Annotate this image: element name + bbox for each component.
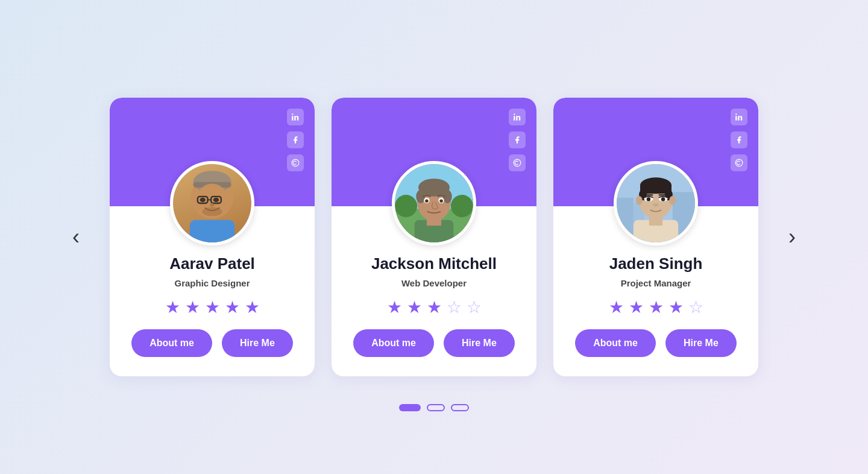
svg-rect-15 <box>190 220 234 242</box>
actions-jaden: About me Hire Me <box>575 329 737 357</box>
facebook-icon-jaden[interactable] <box>731 131 747 148</box>
card-aarav: Aarav Patel Graphic Designer ★ ★ ★ ★ ★ A… <box>110 98 315 376</box>
card-jackson: Jackson Mitchell Web Developer ★ ★ ★ ☆ ☆… <box>332 98 536 376</box>
next-arrow[interactable]: › <box>778 223 807 251</box>
avatar-jackson <box>392 161 476 245</box>
about-button-aarav[interactable]: About me <box>131 329 212 357</box>
star-3-jaden: ★ <box>649 299 664 316</box>
social-icons-jaden <box>731 109 747 171</box>
star-2-jackson: ★ <box>407 299 422 316</box>
carousel-wrapper: ‹ <box>61 98 807 376</box>
actions-aarav: About me Hire Me <box>131 329 293 357</box>
dot-3[interactable] <box>451 404 469 411</box>
star-3-jackson: ★ <box>427 299 442 316</box>
prev-arrow[interactable]: ‹ <box>61 223 90 251</box>
card-jaden: Jaden Singh Project Manager ★ ★ ★ ★ ☆ Ab… <box>553 98 758 376</box>
star-1-jaden: ★ <box>609 299 624 316</box>
svg-rect-16 <box>514 116 515 121</box>
dot-2[interactable] <box>427 404 445 411</box>
svg-point-22 <box>451 195 473 217</box>
facebook-icon-jackson[interactable] <box>509 131 526 148</box>
svg-rect-54 <box>659 194 668 195</box>
stars-jackson: ★ ★ ★ ☆ ☆ <box>387 299 482 316</box>
svg-point-32 <box>439 200 443 203</box>
stars-jaden: ★ ★ ★ ★ ☆ <box>609 299 703 316</box>
card-top-jaden <box>553 98 758 206</box>
avatar-aarav <box>170 161 254 245</box>
svg-rect-33 <box>735 116 737 121</box>
role-jackson: Web Developer <box>401 278 467 288</box>
copyright-icon-jaden[interactable] <box>731 154 747 171</box>
hire-button-jaden[interactable]: Hire Me <box>665 329 737 357</box>
dot-1[interactable] <box>399 404 421 411</box>
avatar-jaden <box>614 161 698 245</box>
star-5-jaden: ☆ <box>688 299 703 316</box>
copyright-icon-aarav[interactable] <box>287 154 304 171</box>
star-2-jaden: ★ <box>629 299 644 316</box>
social-icons-aarav <box>287 109 304 171</box>
social-icons-jackson <box>509 109 526 171</box>
copyright-icon-jackson[interactable] <box>509 154 526 171</box>
star-4-jackson: ☆ <box>447 299 462 316</box>
about-button-jaden[interactable]: About me <box>575 329 656 357</box>
svg-point-31 <box>425 200 429 203</box>
role-aarav: Graphic Designer <box>174 278 250 288</box>
svg-point-12 <box>210 203 214 207</box>
actions-jackson: About me Hire Me <box>353 329 515 357</box>
name-aarav: Aarav Patel <box>169 254 255 273</box>
name-jaden: Jaden Singh <box>609 254 703 273</box>
hire-button-aarav[interactable]: Hire Me <box>222 329 293 357</box>
stars-aarav: ★ ★ ★ ★ ★ <box>165 299 260 316</box>
svg-point-1 <box>292 113 293 115</box>
svg-point-52 <box>661 197 665 201</box>
star-4-aarav: ★ <box>225 299 240 316</box>
cards-container: Aarav Patel Graphic Designer ★ ★ ★ ★ ★ A… <box>110 98 758 376</box>
linkedin-icon-jackson[interactable] <box>509 109 526 125</box>
role-jaden: Project Manager <box>621 278 691 288</box>
svg-point-17 <box>514 113 515 115</box>
svg-rect-0 <box>292 116 293 121</box>
star-1-jackson: ★ <box>387 299 402 316</box>
star-2-aarav: ★ <box>185 299 200 316</box>
linkedin-icon-aarav[interactable] <box>287 109 304 125</box>
svg-point-48 <box>669 196 676 205</box>
name-jackson: Jackson Mitchell <box>371 254 497 273</box>
svg-point-21 <box>395 195 417 217</box>
star-5-aarav: ★ <box>245 299 260 316</box>
svg-point-10 <box>200 198 206 202</box>
svg-point-55 <box>653 203 658 207</box>
card-top-jackson <box>332 98 536 206</box>
carousel-dots <box>399 404 469 411</box>
svg-point-11 <box>213 198 219 202</box>
star-1-aarav: ★ <box>165 299 180 316</box>
svg-point-51 <box>647 197 651 201</box>
svg-point-34 <box>735 113 737 115</box>
facebook-icon-aarav[interactable] <box>287 131 304 148</box>
star-5-jackson: ☆ <box>467 299 482 316</box>
svg-point-47 <box>636 196 643 205</box>
card-top-aarav <box>110 98 315 206</box>
linkedin-icon-jaden[interactable] <box>731 109 747 125</box>
hire-button-jackson[interactable]: Hire Me <box>444 329 515 357</box>
star-3-aarav: ★ <box>205 299 220 316</box>
about-button-jackson[interactable]: About me <box>353 329 434 357</box>
svg-rect-53 <box>644 194 653 195</box>
svg-point-13 <box>202 207 222 216</box>
star-4-jaden: ★ <box>668 299 684 316</box>
